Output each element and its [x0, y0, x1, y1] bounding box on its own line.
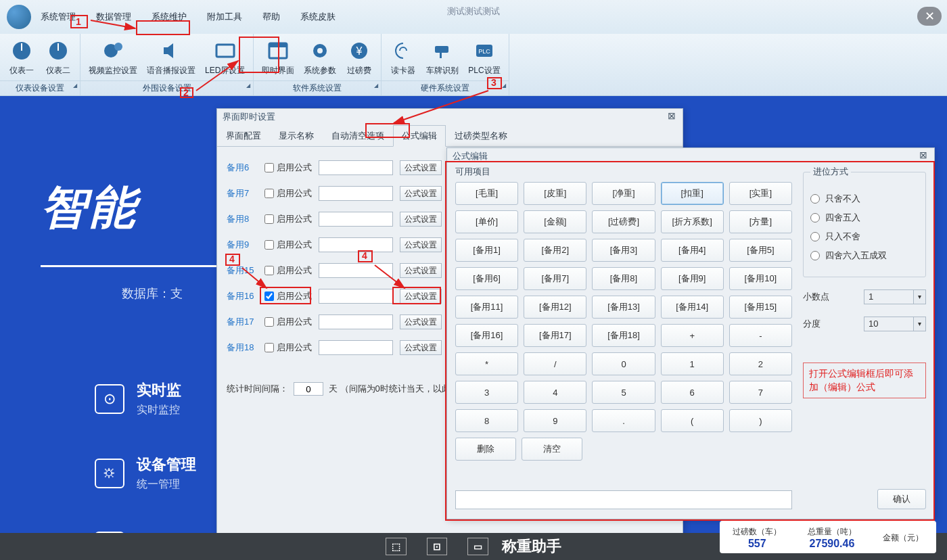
menu-item[interactable]: 系统管理	[37, 8, 80, 26]
ribbon-reader[interactable]: 读卡器	[386, 37, 421, 79]
formula-settings-button[interactable]: 公式设置	[400, 314, 442, 329]
formula-settings-button[interactable]: 公式设置	[400, 237, 442, 252]
menu-item[interactable]: 帮助	[258, 8, 284, 26]
keypad-key[interactable]: [折方系数]	[661, 210, 724, 233]
menu-item[interactable]: 数据管理	[92, 8, 135, 26]
bottombar-btn[interactable]: ▭	[467, 538, 488, 555]
keypad-key[interactable]: [备用4]	[661, 239, 724, 262]
formula-input[interactable]	[455, 490, 792, 509]
formula-input[interactable]	[319, 289, 393, 304]
formula-input[interactable]	[319, 263, 393, 278]
enable-checkbox[interactable]: 启用公式	[264, 187, 312, 200]
enable-checkbox[interactable]: 启用公式	[264, 316, 312, 328]
keypad-key[interactable]: [扣重]	[661, 182, 724, 205]
keypad-key[interactable]: /	[524, 352, 586, 375]
keypad-key[interactable]: 5	[592, 381, 655, 404]
tab[interactable]: 公式编辑	[393, 125, 446, 147]
keypad-key[interactable]: )	[729, 409, 792, 432]
keypad-key[interactable]: [备用7]	[524, 267, 586, 290]
delete-button[interactable]: 删除	[455, 438, 516, 461]
enable-checkbox[interactable]: 启用公式	[264, 162, 312, 174]
enable-checkbox[interactable]: 启用公式	[264, 213, 312, 225]
enable-checkbox[interactable]: 启用公式	[264, 239, 312, 251]
radio-option[interactable]: 只舍不入	[810, 193, 919, 205]
menu-item[interactable]: 系统皮肤	[296, 8, 340, 26]
formula-settings-button[interactable]: 公式设置	[400, 340, 442, 355]
tab[interactable]: 过磅类型名称	[446, 125, 516, 146]
formula-input[interactable]	[319, 212, 393, 227]
ribbon-plc[interactable]: PLCPLC设置	[464, 37, 504, 79]
keypad-key[interactable]: 8	[455, 409, 518, 432]
keypad-key[interactable]: [备用18]	[592, 324, 655, 347]
ribbon-led[interactable]: LED屏设置	[201, 37, 249, 79]
keypad-key[interactable]: [过磅费]	[592, 210, 655, 233]
ribbon-meter1[interactable]: 仪表一	[4, 37, 39, 79]
keypad-key[interactable]: [净重]	[592, 182, 655, 205]
formula-input[interactable]	[319, 186, 393, 201]
keypad-key[interactable]: [备用16]	[455, 324, 518, 347]
enable-checkbox[interactable]: 启用公式	[264, 264, 312, 277]
keypad-key[interactable]: +	[661, 324, 724, 347]
keypad-key[interactable]: 6	[661, 381, 724, 404]
keypad-key[interactable]: [备用1]	[455, 239, 518, 262]
ribbon-meter2[interactable]: 仪表二	[41, 37, 76, 79]
keypad-key[interactable]: [备用17]	[524, 324, 586, 347]
keypad-key[interactable]: 3	[455, 381, 518, 404]
keypad-key[interactable]: [实重]	[729, 182, 792, 205]
radio-option[interactable]: 四舍六入五成双	[810, 250, 919, 262]
menu-item[interactable]: 系统维护	[147, 8, 191, 26]
ribbon-sysparam[interactable]: 系统参数	[300, 37, 340, 79]
keypad-key[interactable]: [备用13]	[592, 296, 655, 319]
keypad-key[interactable]: [金额]	[524, 210, 586, 233]
formula-settings-button[interactable]: 公式设置	[400, 212, 442, 227]
enable-checkbox[interactable]: 启用公式	[264, 342, 312, 354]
keypad-key[interactable]: 9	[524, 409, 586, 432]
close-button[interactable]: ✕	[917, 7, 942, 26]
keypad-key[interactable]: [备用15]	[729, 296, 792, 319]
menu-item[interactable]: 附加工具	[203, 8, 246, 26]
keypad-key[interactable]: .	[592, 409, 655, 432]
keypad-key[interactable]: [备用10]	[729, 267, 792, 290]
keypad-key[interactable]: [备用3]	[592, 239, 655, 262]
clear-button[interactable]: 清空	[522, 438, 582, 461]
tab[interactable]: 显示名称	[270, 125, 323, 146]
ribbon-voice[interactable]: 语音播报设置	[143, 37, 200, 79]
keypad-key[interactable]: [备用2]	[524, 239, 586, 262]
tab[interactable]: 界面配置	[217, 125, 270, 146]
keypad-key[interactable]: [皮重]	[524, 182, 586, 205]
confirm-button[interactable]: 确认	[877, 489, 926, 509]
keypad-key[interactable]: [备用14]	[661, 296, 724, 319]
keypad-key[interactable]: *	[455, 352, 518, 375]
formula-input[interactable]	[319, 340, 393, 355]
keypad-key[interactable]: [方量]	[729, 210, 792, 233]
close-icon[interactable]: ⊠	[919, 149, 927, 160]
ribbon-video[interactable]: 视频监控设置	[85, 37, 141, 79]
keypad-key[interactable]: [单价]	[455, 210, 518, 233]
formula-settings-button[interactable]: 公式设置	[400, 160, 442, 175]
keypad-key[interactable]: [备用11]	[455, 296, 518, 319]
close-icon[interactable]: ⊠	[668, 110, 676, 121]
formula-input[interactable]	[319, 160, 393, 175]
ribbon-ui-now[interactable]: 即时界面	[258, 37, 298, 79]
keypad-key[interactable]: 7	[729, 381, 792, 404]
keypad-key[interactable]: [备用9]	[661, 267, 724, 290]
keypad-key[interactable]: 0	[592, 352, 655, 375]
keypad-key[interactable]: [备用6]	[455, 267, 518, 290]
interval-input[interactable]	[294, 382, 323, 396]
keypad-key[interactable]: 2	[729, 352, 792, 375]
bottombar-btn[interactable]: ⬚	[386, 538, 407, 555]
keypad-key[interactable]: -	[729, 324, 792, 347]
decimals-combo[interactable]: 1▾	[864, 289, 926, 304]
radio-option[interactable]: 四舍五入	[810, 212, 919, 224]
formula-settings-button[interactable]: 公式设置	[400, 186, 442, 201]
keypad-key[interactable]: (	[661, 409, 724, 432]
keypad-key[interactable]: [备用8]	[592, 267, 655, 290]
keypad-key[interactable]: 4	[524, 381, 586, 404]
formula-settings-button[interactable]: 公式设置	[400, 263, 442, 278]
keypad-key[interactable]: [备用12]	[524, 296, 586, 319]
formula-input[interactable]	[319, 237, 393, 252]
enable-checkbox[interactable]: 启用公式	[264, 290, 312, 302]
tab[interactable]: 自动清空选项	[323, 125, 393, 146]
keypad-key[interactable]: [备用5]	[729, 239, 792, 262]
formula-settings-button[interactable]: 公式设置	[400, 289, 442, 304]
